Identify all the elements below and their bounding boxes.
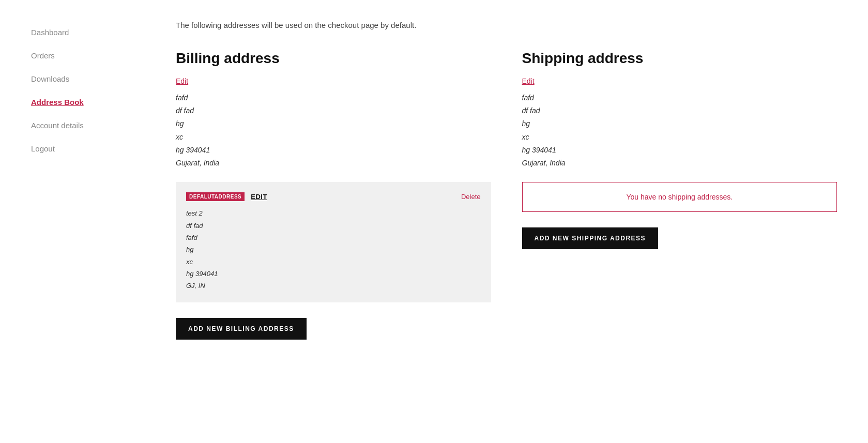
sidebar-item-account-details[interactable]: Account details: [31, 114, 145, 137]
default-badge: DEFALUTADDRESS: [186, 192, 245, 201]
billing-address-line: df fad: [176, 104, 491, 117]
shipping-address-details: fafddf fadhgxchg 394041Gujarat, India: [522, 91, 837, 170]
add-shipping-address-button[interactable]: ADD NEW SHIPPING ADDRESS: [522, 227, 659, 249]
billing-address-line: hg 394041: [176, 144, 491, 157]
sidebar-item-address-book[interactable]: Address Book: [31, 90, 145, 114]
billing-card-address-line: xc: [186, 256, 481, 268]
billing-card-address-details: test 2df fadfafdhgxchg 394041GJ, IN: [186, 207, 481, 292]
main-content: The following addresses will be used on …: [176, 21, 837, 340]
shipping-address-line: xc: [522, 131, 837, 144]
addresses-grid: Billing address Edit fafddf fadhgxchg 39…: [176, 50, 837, 340]
billing-address-line: Gujarat, India: [176, 157, 491, 170]
page-intro: The following addresses will be used on …: [176, 21, 837, 29]
shipping-address-section: Shipping address Edit fafddf fadhgxchg 3…: [522, 50, 837, 340]
billing-card-address-line: hg: [186, 243, 481, 255]
sidebar-item-downloads[interactable]: Downloads: [31, 67, 145, 90]
billing-address-title: Billing address: [176, 50, 491, 67]
sidebar-link-downloads[interactable]: Downloads: [31, 74, 69, 83]
shipping-address-line: df fad: [522, 104, 837, 117]
billing-address-details: fafddf fadhgxchg 394041Gujarat, India: [176, 91, 491, 170]
billing-card-address-line: GJ, IN: [186, 280, 481, 292]
billing-card-address-line: hg 394041: [186, 268, 481, 280]
billing-card-address-line: df fad: [186, 220, 481, 232]
billing-card-delete-link[interactable]: Delete: [461, 193, 481, 201]
shipping-address-line: Gujarat, India: [522, 157, 837, 170]
sidebar-item-orders[interactable]: Orders: [31, 44, 145, 67]
shipping-address-title: Shipping address: [522, 50, 837, 67]
billing-card-header-left: DEFALUTADDRESS EDIT: [186, 192, 267, 201]
billing-card-header: DEFALUTADDRESS EDIT Delete: [186, 192, 481, 201]
sidebar-link-address-book[interactable]: Address Book: [31, 98, 84, 106]
shipping-address-line: hg: [522, 117, 837, 130]
sidebar-nav: DashboardOrdersDownloadsAddress BookAcco…: [31, 21, 145, 160]
shipping-address-line: fafd: [522, 91, 837, 104]
billing-address-card: DEFALUTADDRESS EDIT Delete test 2df fadf…: [176, 182, 491, 302]
sidebar-link-dashboard[interactable]: Dashboard: [31, 28, 69, 37]
sidebar-item-logout[interactable]: Logout: [31, 137, 145, 160]
sidebar-link-orders[interactable]: Orders: [31, 51, 55, 60]
billing-address-line: fafd: [176, 91, 491, 104]
sidebar-link-logout[interactable]: Logout: [31, 144, 55, 153]
sidebar-item-dashboard[interactable]: Dashboard: [31, 21, 145, 44]
shipping-address-line: hg 394041: [522, 144, 837, 157]
no-shipping-address-box: You have no shipping addresses.: [522, 182, 837, 212]
sidebar: DashboardOrdersDownloadsAddress BookAcco…: [31, 21, 145, 340]
billing-card-address-line: test 2: [186, 207, 481, 219]
billing-address-line: hg: [176, 117, 491, 130]
billing-address-line: xc: [176, 131, 491, 144]
billing-card-edit-link[interactable]: EDIT: [251, 193, 267, 201]
billing-card-address-line: fafd: [186, 232, 481, 243]
sidebar-link-account-details[interactable]: Account details: [31, 121, 84, 130]
billing-edit-link[interactable]: Edit: [176, 77, 188, 85]
billing-address-section: Billing address Edit fafddf fadhgxchg 39…: [176, 50, 491, 340]
no-shipping-address-message: You have no shipping addresses.: [626, 193, 733, 201]
add-billing-address-button[interactable]: ADD NEW BILLING ADDRESS: [176, 318, 307, 340]
shipping-edit-link[interactable]: Edit: [522, 77, 535, 85]
